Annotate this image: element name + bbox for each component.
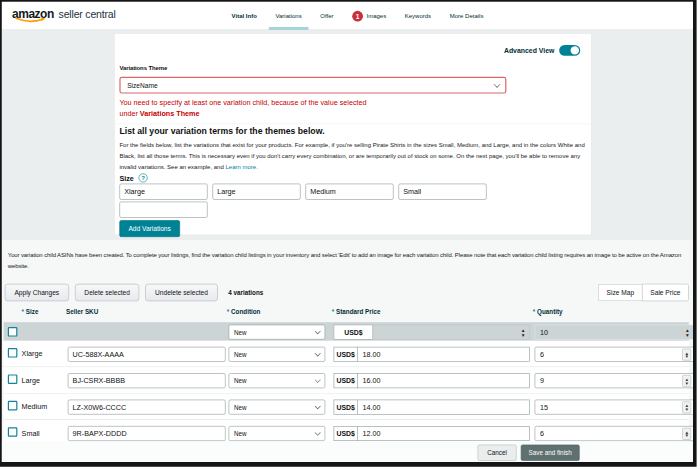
spinner-icon[interactable]: ▴▾: [682, 375, 691, 387]
variation-row-small: Small 9R-BAPX-DDDD New▾ USD$ 12.00 6▴▾: [4, 420, 689, 443]
delete-selected-button[interactable]: Delete selected: [75, 284, 140, 301]
size-term-input-3[interactable]: Medium: [305, 184, 393, 200]
amazon-seller-central-logo[interactable]: amazon seller central: [12, 7, 116, 21]
terms-heading: List all your variation terms for the th…: [119, 127, 324, 137]
standard-price-input[interactable]: 18.00: [357, 347, 530, 362]
size-terms-inputs: Xlarge Large Medium Small: [119, 184, 486, 200]
size-term-input-empty[interactable]: [119, 202, 207, 218]
condition-select[interactable]: New▾: [229, 373, 326, 388]
row-size-value: Large: [22, 376, 40, 384]
spinner-icon[interactable]: ▴▾: [682, 401, 691, 413]
product-edit-tabs: Vital Info Variations Offer 1Images Keyw…: [229, 2, 486, 30]
col-size: *Size: [22, 308, 39, 315]
seller-sku-input[interactable]: 9R-BAPX-DDDD: [68, 426, 226, 441]
spinner-icon[interactable]: ▴▾: [682, 349, 691, 361]
row-checkbox[interactable]: [8, 401, 18, 411]
asin-created-notice: Your variation child ASINs have been cre…: [8, 249, 695, 272]
quantity-input[interactable]: 9▴▾: [535, 373, 695, 388]
chevron-down-icon: [494, 81, 501, 88]
sale-price-button[interactable]: Sale Price: [642, 284, 689, 301]
row-checkbox[interactable]: [8, 427, 18, 437]
row-size-value: Xlarge: [22, 350, 43, 358]
spinner-icon[interactable]: ▴▾: [686, 328, 689, 338]
size-label: Size: [119, 174, 133, 182]
apply-to-all-row: New▾ USD$ ▴▾ 10▴▾: [4, 322, 689, 341]
advanced-view-label: Advanced View: [504, 47, 554, 54]
size-term-input-2[interactable]: Large: [212, 184, 300, 200]
seller-central-logo-text: seller central: [59, 8, 116, 21]
condition-select[interactable]: New▾: [229, 400, 326, 415]
quantity-input-all[interactable]: 10▴▾: [535, 325, 695, 340]
footer-action-bar: Cancel Save and finish: [2, 442, 693, 464]
variations-toolbar: Apply Changes Delete selected Undelete s…: [5, 284, 689, 302]
learn-more-link[interactable]: Learn more.: [225, 164, 257, 171]
currency-label: USD$: [334, 373, 358, 388]
variation-row-large: Large BJ-CSRX-BBBB New▾ USD$ 16.00 9▴▾: [4, 367, 689, 393]
app-window: amazon seller central Vital Info Variati…: [0, 0, 697, 467]
row-size-value: Small: [22, 429, 40, 437]
chevron-down-icon: ▾: [315, 350, 321, 356]
chevron-down-icon: ▾: [315, 377, 321, 383]
tab-variations[interactable]: Variations: [273, 2, 304, 30]
images-error-badge: 1: [352, 11, 363, 22]
seller-sku-input[interactable]: LZ-X0W6-CCCC: [68, 400, 226, 415]
row-size-value: Medium: [22, 403, 48, 411]
quantity-input[interactable]: 6▴▾: [535, 347, 695, 362]
table-header-row: *Size Seller SKU *Condition *Standard Pr…: [2, 308, 693, 319]
tab-images[interactable]: 1Images: [350, 2, 389, 30]
size-map-button[interactable]: Size Map: [598, 284, 642, 301]
col-condition: *Condition: [227, 308, 261, 315]
undelete-selected-button[interactable]: Undelete selected: [145, 284, 217, 301]
cancel-button[interactable]: Cancel: [478, 445, 517, 461]
standard-price-input[interactable]: 14.00: [357, 400, 530, 415]
spinner-icon[interactable]: ▴▾: [522, 328, 525, 338]
variation-count: 4 variations: [228, 289, 263, 296]
tab-offer[interactable]: Offer: [318, 2, 336, 30]
seller-sku-input[interactable]: UC-588X-AAAA: [68, 347, 226, 362]
size-term-input-4[interactable]: Small: [398, 184, 486, 200]
standard-price-input[interactable]: 12.00: [357, 426, 530, 441]
condition-select[interactable]: New▾: [229, 347, 326, 362]
condition-select-all[interactable]: New▾: [229, 325, 326, 340]
variations-theme-card: Advanced View Variations Theme SizeName …: [114, 33, 592, 235]
quantity-input[interactable]: 15▴▾: [535, 400, 695, 415]
row-checkbox[interactable]: [8, 348, 18, 358]
select-all-checkbox[interactable]: [8, 327, 18, 337]
add-variations-button[interactable]: Add Variations: [119, 220, 179, 237]
toggle-knob: [571, 46, 579, 54]
size-term-input-1[interactable]: Xlarge: [119, 184, 207, 200]
col-seller-sku: Seller SKU: [66, 308, 98, 315]
top-nav-bar: amazon seller central Vital Info Variati…: [2, 2, 693, 30]
chevron-down-icon: ▾: [315, 403, 321, 409]
tab-keywords[interactable]: Keywords: [402, 2, 433, 30]
variations-theme-select[interactable]: SizeName: [119, 77, 506, 94]
card-divider: [115, 124, 591, 125]
currency-label: USD$: [334, 347, 358, 362]
spinner-icon[interactable]: ▴▾: [682, 428, 691, 440]
terms-description: For the fields below, list the variation…: [119, 140, 588, 173]
help-icon[interactable]: ?: [139, 173, 148, 182]
variations-section-background: Advanced View Variations Theme SizeName …: [2, 30, 693, 240]
condition-select[interactable]: New▾: [229, 426, 326, 441]
price-input-all[interactable]: ▴▾: [373, 325, 530, 340]
currency-label: USD$: [334, 426, 358, 441]
standard-price-input[interactable]: 16.00: [357, 373, 530, 388]
chevron-down-icon: ▾: [315, 328, 321, 334]
variation-row-medium: Medium LZ-X0W6-CCCC New▾ USD$ 14.00 15▴▾: [4, 394, 689, 420]
variations-theme-error: You need to specify at least one variati…: [119, 97, 366, 119]
tab-more-details[interactable]: More Details: [447, 2, 485, 30]
col-standard-price: *Standard Price: [332, 308, 381, 315]
row-checkbox[interactable]: [8, 374, 18, 384]
amazon-smile-icon: [15, 17, 46, 24]
advanced-view-toggle[interactable]: [559, 45, 580, 56]
variation-children-section: Your variation child ASINs have been cre…: [2, 240, 693, 463]
currency-select-all[interactable]: USD$: [334, 325, 374, 340]
variation-row-xlarge: Xlarge UC-588X-AAAA New▾ USD$ 18.00 6▴▾: [4, 341, 689, 367]
save-and-finish-button[interactable]: Save and finish: [521, 445, 580, 461]
tab-vital-info[interactable]: Vital Info: [229, 2, 259, 30]
quantity-input[interactable]: 6▴▾: [535, 426, 695, 441]
apply-changes-button[interactable]: Apply Changes: [5, 284, 69, 301]
chevron-down-icon: ▾: [315, 430, 321, 436]
seller-sku-input[interactable]: BJ-CSRX-BBBB: [68, 373, 226, 388]
col-quantity: *Quantity: [533, 308, 563, 315]
